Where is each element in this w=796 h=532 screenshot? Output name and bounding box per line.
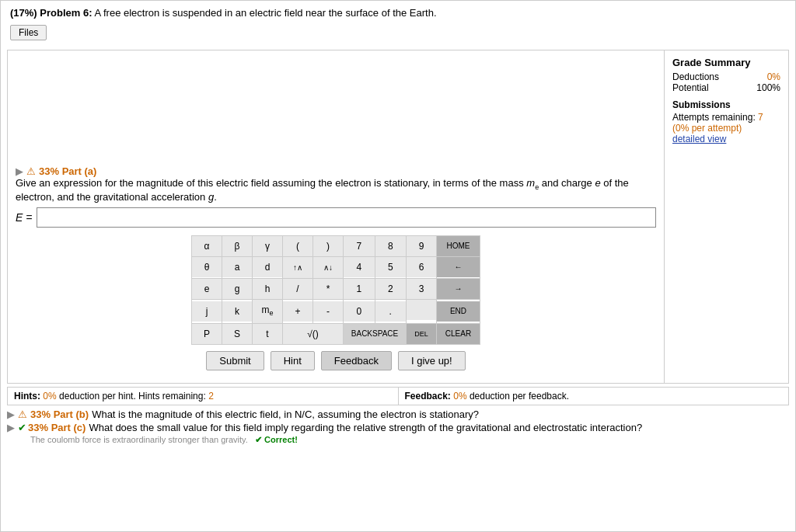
spacer — [16, 57, 656, 165]
grade-title: Grade Summary — [672, 57, 780, 68]
calc-d[interactable]: d — [253, 257, 282, 277]
calc-table: α β γ ( ) 7 8 9 HOME θ a d ↑∧ — [191, 235, 480, 345]
feedback-label: Feedback: — [405, 391, 451, 402]
hint-button[interactable]: Hint — [271, 351, 315, 370]
part-c-arrow: ▶ — [7, 422, 15, 433]
hints-pct: 0% — [43, 391, 56, 402]
part-c-check: ✔ — [18, 422, 26, 433]
part-b-desc: What is the magnitude of this electric f… — [92, 409, 479, 420]
detailed-view-link[interactable]: detailed view — [672, 134, 780, 144]
calc-4[interactable]: 4 — [344, 257, 375, 277]
calc-down-arrow[interactable]: ∧↓ — [313, 257, 343, 278]
hints-right: Feedback: 0% deduction per feedback. — [399, 388, 789, 405]
expression-input[interactable] — [37, 207, 656, 228]
expression-row: E = — [16, 207, 656, 228]
deductions-value: 0% — [767, 71, 780, 82]
calc-k[interactable]: k — [222, 301, 252, 322]
calc-end[interactable]: END — [437, 301, 480, 322]
detailed-view-anchor[interactable]: detailed view — [672, 134, 726, 144]
calc-s[interactable]: S — [222, 324, 252, 344]
calc-left-arrow[interactable]: ← — [437, 257, 480, 277]
main-panel: ▶ ⚠ 33% Part (a) Give an expression for … — [7, 50, 789, 384]
part-b-row: ▶ ⚠ 33% Part (b) What is the magnitude o… — [7, 409, 789, 420]
calculator: α β γ ( ) 7 8 9 HOME θ a d ↑∧ — [16, 235, 656, 345]
calc-clear[interactable]: CLEAR — [437, 324, 480, 344]
calc-2[interactable]: 2 — [375, 279, 407, 299]
calc-5[interactable]: 5 — [375, 257, 407, 277]
correct-note: The coulomb force is extraordinarily str… — [30, 435, 789, 445]
calc-row-4: j k me + - 0 . END — [192, 299, 480, 323]
calc-8[interactable]: 8 — [375, 236, 407, 256]
files-button[interactable]: Files — [10, 25, 47, 40]
attempts-value: 7 — [758, 112, 763, 123]
calc-up-arrow[interactable]: ↑∧ — [283, 257, 312, 278]
calc-plus[interactable]: + — [283, 301, 312, 322]
problem-percent: (17%) — [10, 7, 37, 19]
calc-divide[interactable]: / — [283, 279, 312, 299]
problem-label: Problem 6: — [40, 7, 92, 19]
calc-1[interactable]: 1 — [344, 279, 375, 299]
attempts-label: Attempts remaining: — [672, 112, 756, 123]
part-c-label: 33% Part (c) — [28, 422, 86, 433]
potential-label: Potential — [672, 82, 709, 93]
feedback-pct: 0% — [453, 391, 466, 402]
part-b-arrow: ▶ — [7, 409, 15, 420]
feedback-button[interactable]: Feedback — [321, 351, 392, 370]
calc-right-arrow[interactable]: → — [437, 279, 480, 299]
calc-minus[interactable]: - — [313, 301, 343, 322]
calc-close-paren[interactable]: ) — [313, 236, 343, 256]
problem-header: (17%) Problem 6: A free electron is susp… — [1, 1, 795, 22]
grade-summary-panel: Grade Summary Deductions 0% Potential 10… — [664, 50, 788, 383]
left-panel: ▶ ⚠ 33% Part (a) Give an expression for … — [8, 50, 664, 383]
part-b-warning: ⚠ — [18, 409, 27, 420]
hints-remaining: 2 — [208, 391, 214, 402]
calc-h[interactable]: h — [253, 279, 282, 299]
part-b-label: 33% Part (b) — [30, 409, 89, 420]
part-c-row: ▶ ✔ 33% Part (c) What does the small val… — [7, 422, 789, 433]
calc-row-3: e g h / * 1 2 3 → — [192, 278, 480, 299]
calc-home[interactable]: HOME — [437, 236, 480, 256]
calc-p[interactable]: P — [192, 324, 222, 344]
part-c-desc: What does the small value for this field… — [89, 422, 642, 433]
problem-desc: A free electron is suspended in an elect… — [94, 7, 436, 19]
part-a-desc: Give an expression for the magnitude of … — [16, 177, 656, 203]
part-a-header: ▶ ⚠ 33% Part (a) Give an expression for … — [16, 165, 656, 203]
submit-button[interactable]: Submit — [206, 351, 264, 370]
calc-beta[interactable]: β — [222, 236, 252, 256]
calc-row-2: θ a d ↑∧ ∧↓ 4 5 6 ← — [192, 256, 480, 278]
calc-sqrt[interactable]: √() — [283, 324, 343, 344]
calc-t[interactable]: t — [253, 324, 282, 344]
calc-e[interactable]: e — [192, 279, 222, 299]
calc-del[interactable]: DEL — [407, 324, 436, 344]
submissions-title: Submissions — [672, 99, 780, 110]
per-attempt: (0% per attempt) — [672, 123, 780, 134]
hints-left: Hints: 0% deduction per hint. Hints rema… — [8, 388, 399, 405]
calc-backspace[interactable]: BACKSPACE — [344, 324, 406, 344]
calc-open-paren[interactable]: ( — [283, 236, 312, 256]
calc-row-1: α β γ ( ) 7 8 9 HOME — [192, 235, 480, 256]
calc-j[interactable]: j — [192, 301, 222, 322]
part-a-label: 33% Part (a) — [39, 165, 96, 177]
calc-3[interactable]: 3 — [407, 279, 436, 299]
warning-icon: ⚠ — [26, 165, 36, 177]
action-buttons: Submit Hint Feedback I give up! — [16, 351, 656, 370]
calc-me[interactable]: me — [253, 300, 282, 323]
hints-desc: deduction per hint. Hints remaining: — [59, 391, 208, 402]
correct-label: ✔ Correct! — [255, 435, 298, 444]
calc-6[interactable]: 6 — [407, 257, 436, 277]
calc-7[interactable]: 7 — [344, 236, 375, 256]
calc-g[interactable]: g — [222, 279, 252, 299]
calc-theta[interactable]: θ — [192, 257, 222, 277]
calc-multiply[interactable]: * — [313, 279, 343, 299]
give-up-button[interactable]: I give up! — [398, 351, 466, 370]
expr-label: E = — [16, 211, 32, 224]
calc-a[interactable]: a — [222, 257, 252, 277]
calc-9[interactable]: 9 — [407, 236, 436, 256]
potential-value: 100% — [756, 82, 780, 93]
calc-gamma[interactable]: γ — [253, 236, 282, 256]
calc-dot[interactable]: . — [375, 301, 407, 322]
calc-alpha[interactable]: α — [192, 236, 222, 256]
calc-0[interactable]: 0 — [344, 301, 375, 322]
deductions-label: Deductions — [672, 71, 719, 82]
calc-empty1 — [407, 300, 436, 320]
